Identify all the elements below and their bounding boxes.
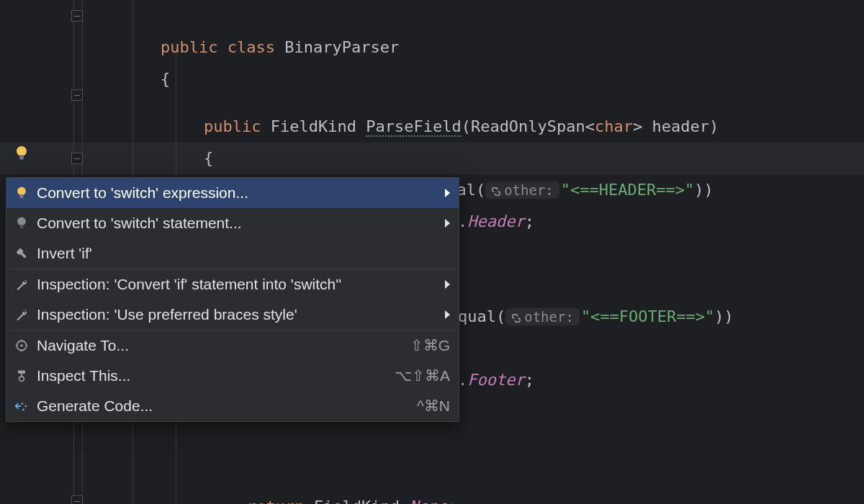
link-icon	[511, 313, 521, 323]
paren-open: (	[496, 307, 505, 325]
submenu-arrow-icon	[445, 280, 450, 289]
wrench-icon	[14, 307, 30, 323]
param-name: header	[652, 117, 709, 135]
menu-item-label: Convert to 'switch' statement...	[37, 215, 439, 232]
param-type: ReadOnlySpan	[471, 117, 585, 135]
svg-rect-3	[20, 197, 23, 198]
submenu-arrow-icon	[445, 219, 450, 228]
enum-field: None	[409, 498, 447, 504]
wrench-icon	[14, 276, 30, 292]
enum-field: Header	[467, 212, 524, 230]
method-name: ParseField	[366, 117, 461, 137]
menu-item-generate-code[interactable]: Generate Code... ^⌘N	[6, 391, 459, 421]
menu-item-convert-switch-statement[interactable]: Convert to 'switch' statement...	[6, 208, 459, 238]
svg-rect-0	[19, 156, 24, 158]
intention-bulb-icon[interactable]	[13, 145, 30, 162]
code-line[interactable]: public FieldKind ParseField(ReadOnlySpan…	[122, 79, 719, 111]
svg-point-7	[20, 344, 22, 346]
code-line[interactable]: if (header.SequenceEqual(other:"<==HEADE…	[122, 143, 714, 174]
semicolon: ;	[525, 212, 534, 230]
code-line[interactable]: .Header;	[458, 206, 534, 238]
string-literal: "<==HEADER==>"	[561, 181, 694, 199]
identifier-fieldkind: FieldKind	[314, 498, 400, 504]
menu-item-label: Navigate To...	[37, 337, 405, 354]
svg-rect-8	[18, 371, 25, 374]
generic-type: char	[595, 117, 633, 135]
inspect-icon	[14, 368, 30, 384]
paren-open: (	[462, 117, 471, 135]
code-line[interactable]: public class BinaryParser	[122, 0, 399, 32]
paren-close: )	[724, 307, 734, 325]
target-icon	[14, 338, 30, 354]
svg-rect-2	[20, 195, 24, 197]
semicolon: ;	[447, 498, 456, 504]
submenu-arrow-icon	[445, 310, 450, 319]
angle-close: >	[633, 117, 642, 135]
svg-rect-4	[20, 225, 24, 227]
code-line[interactable]: {	[122, 111, 213, 143]
paren-close: )	[714, 307, 724, 325]
menu-shortcut: ⇧⌘G	[410, 337, 450, 354]
class-name: BinaryParser	[284, 38, 399, 56]
fold-handle[interactable]	[71, 10, 83, 22]
string-literal: "<==FOOTER==>"	[581, 307, 714, 325]
menu-item-convert-switch-expression[interactable]: Convert to 'switch' expression...	[6, 178, 459, 208]
code-line[interactable]: .Footer;	[458, 364, 534, 396]
fold-handle[interactable]	[71, 495, 83, 504]
fold-handle[interactable]	[71, 89, 83, 101]
menu-item-inspect-this[interactable]: Inspect This... ⌥⇧⌘A	[6, 361, 459, 391]
svg-rect-1	[20, 158, 24, 160]
return-type: FieldKind	[271, 117, 356, 135]
code-line[interactable]: return FieldKind.None;	[122, 459, 456, 491]
menu-item-invert-if[interactable]: Invert 'if'	[6, 238, 459, 269]
menu-item-inspection-braces[interactable]: Inspection: 'Use preferred braces style'	[6, 300, 459, 330]
paren-close: )	[703, 181, 713, 199]
code-line[interactable]: }	[122, 491, 213, 504]
dot: .	[400, 498, 409, 504]
enum-field: Footer	[467, 371, 524, 389]
keyword-return: return	[247, 498, 304, 504]
bulb-grey-icon	[14, 215, 30, 231]
menu-item-label: Invert 'if'	[37, 245, 450, 262]
menu-item-navigate-to[interactable]: Navigate To... ⇧⌘G	[6, 330, 459, 361]
menu-item-label: Generate Code...	[37, 397, 411, 415]
menu-item-label: Convert to 'switch' expression...	[37, 184, 439, 202]
paren-close: )	[694, 181, 703, 199]
menu-item-label: Inspection: 'Convert 'if' statement into…	[37, 276, 439, 293]
partial-identifier: qual	[458, 307, 496, 325]
angle-open: <	[585, 117, 595, 135]
menu-item-label: Inspect This...	[37, 367, 389, 384]
submenu-arrow-icon	[445, 189, 450, 197]
svg-rect-5	[20, 227, 23, 228]
fold-handle[interactable]	[71, 153, 83, 164]
quick-fix-context-menu: Convert to 'switch' expression... Conver…	[6, 177, 459, 422]
code-line[interactable]: {	[122, 32, 170, 63]
keyword-class: class	[228, 38, 275, 56]
semicolon: ;	[525, 371, 534, 389]
code-editor: public class BinaryParser { public Field…	[0, 0, 864, 504]
paren-close: )	[709, 117, 719, 135]
code-line[interactable]: qual(other:"<==FOOTER==>"))	[458, 301, 734, 333]
bulb-yellow-icon	[14, 185, 30, 201]
svg-point-9	[19, 377, 24, 382]
menu-shortcut: ^⌘N	[417, 397, 450, 415]
hammer-icon	[14, 246, 30, 261]
generate-icon	[14, 398, 30, 414]
menu-item-inspection-convert-if[interactable]: Inspection: 'Convert 'if' statement into…	[6, 269, 459, 300]
menu-item-label: Inspection: 'Use preferred braces style'	[37, 306, 439, 323]
menu-shortcut: ⌥⇧⌘A	[395, 367, 450, 384]
parameter-hint: other:	[505, 308, 580, 325]
parameter-hint: other:	[485, 181, 559, 199]
paren-open: (	[476, 181, 485, 199]
link-icon	[491, 186, 501, 197]
